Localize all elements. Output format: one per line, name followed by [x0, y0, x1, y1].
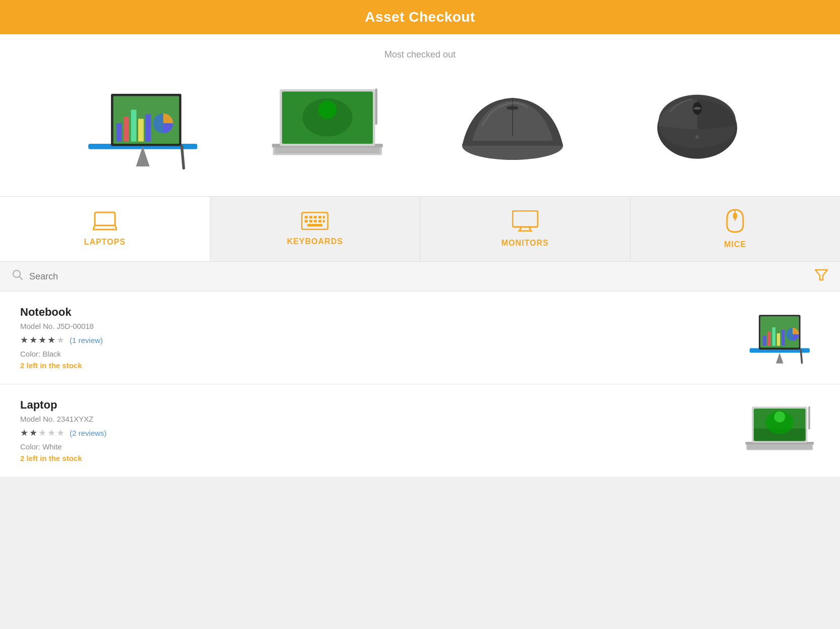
svg-rect-64 — [747, 445, 812, 449]
search-input[interactable] — [29, 271, 815, 282]
product-image-laptop — [739, 401, 820, 461]
svg-rect-37 — [305, 220, 308, 222]
review-link-laptop[interactable]: (2 reviews) — [70, 429, 106, 437]
svg-rect-32 — [305, 216, 308, 218]
product-stock-notebook: 2 left in the stock — [20, 361, 739, 370]
svg-rect-34 — [314, 216, 317, 218]
product-model-notebook: Model No. J5D-00018 — [20, 322, 739, 330]
stars-notebook: ★★★★★ — [20, 334, 66, 346]
svg-rect-27 — [95, 212, 115, 225]
most-checked-out-section: Most checked out — [0, 34, 840, 196]
category-tabs: LAPTOPS KEYBOARDS — [0, 196, 840, 262]
laptop-icon — [93, 211, 117, 234]
svg-rect-3 — [117, 124, 122, 142]
most-checked-out-label: Most checked out — [30, 49, 810, 60]
tab-keyboards-label: KEYBOARDS — [287, 237, 343, 246]
carousel — [30, 75, 810, 176]
carousel-item-laptop[interactable] — [252, 75, 403, 176]
wireless-mouse-carousel-image — [634, 80, 761, 171]
product-info-notebook: Notebook Model No. J5D-00018 ★★★★★ (1 re… — [20, 306, 739, 370]
svg-point-70 — [774, 411, 785, 422]
svg-rect-6 — [138, 119, 144, 142]
svg-rect-43 — [513, 211, 538, 227]
tab-mice[interactable]: MICE — [631, 197, 841, 261]
svg-rect-4 — [124, 117, 129, 142]
svg-rect-39 — [314, 220, 317, 222]
monitor-icon — [512, 210, 538, 235]
svg-rect-58 — [777, 333, 780, 346]
svg-rect-18 — [375, 88, 378, 125]
svg-rect-41 — [323, 220, 325, 222]
svg-rect-40 — [318, 220, 321, 222]
carousel-item-wireless-mouse[interactable] — [622, 75, 773, 176]
notebook-carousel-image — [79, 80, 206, 171]
stars-laptop: ★★★★★ — [20, 427, 66, 438]
product-color-notebook: Color: Black — [20, 350, 739, 358]
product-info-laptop: Laptop Model No. 2341XYXZ ★★★★★ (2 revie… — [20, 398, 739, 463]
arc-mouse-carousel-image — [442, 80, 583, 171]
svg-rect-35 — [318, 216, 321, 218]
product-list: Notebook Model No. J5D-00018 ★★★★★ (1 re… — [0, 292, 840, 477]
carousel-item-arc-mouse[interactable] — [437, 75, 588, 176]
product-model-laptop: Model No. 2341XYXZ — [20, 415, 739, 423]
tab-monitors-label: MONITORS — [501, 239, 549, 248]
review-link-notebook[interactable]: (1 review) — [70, 336, 103, 345]
svg-rect-36 — [323, 216, 325, 218]
svg-rect-38 — [309, 220, 312, 222]
product-name-laptop: Laptop — [20, 398, 739, 412]
product-item-laptop[interactable]: Laptop Model No. 2341XYXZ ★★★★★ (2 revie… — [0, 384, 840, 477]
product-rating-notebook: ★★★★★ (1 review) — [20, 334, 739, 346]
svg-rect-7 — [146, 115, 151, 142]
svg-point-25 — [694, 107, 701, 109]
product-item-notebook[interactable]: Notebook Model No. J5D-00018 ★★★★★ (1 re… — [0, 292, 840, 384]
svg-rect-33 — [309, 216, 312, 218]
search-icon — [12, 269, 23, 283]
search-bar — [0, 262, 840, 292]
svg-line-50 — [20, 277, 23, 280]
svg-rect-56 — [767, 331, 770, 346]
svg-rect-48 — [733, 213, 737, 219]
svg-rect-42 — [307, 224, 322, 226]
svg-marker-61 — [776, 353, 783, 363]
svg-point-26 — [695, 135, 699, 139]
tab-monitors[interactable]: MONITORS — [420, 197, 631, 261]
header: Asset Checkout — [0, 0, 840, 34]
mouse-icon — [726, 209, 744, 236]
tab-keyboards[interactable]: KEYBOARDS — [210, 197, 421, 261]
product-image-notebook — [739, 308, 820, 368]
keyboard-icon — [301, 212, 328, 233]
svg-rect-12 — [275, 147, 380, 153]
tab-laptops[interactable]: LAPTOPS — [0, 197, 210, 261]
notebook-list-image — [743, 310, 817, 366]
filter-icon[interactable] — [815, 269, 828, 284]
laptop-list-image — [743, 403, 817, 459]
svg-rect-5 — [131, 110, 137, 142]
laptop-carousel-image — [264, 80, 391, 171]
svg-rect-59 — [781, 329, 785, 346]
svg-rect-71 — [808, 406, 810, 429]
page-title: Asset Checkout — [365, 9, 475, 25]
svg-marker-51 — [815, 270, 827, 280]
product-rating-laptop: ★★★★★ (2 reviews) — [20, 427, 739, 438]
tab-mice-label: MICE — [724, 240, 746, 249]
svg-point-17 — [318, 101, 337, 119]
product-name-notebook: Notebook — [20, 306, 739, 319]
svg-rect-55 — [763, 335, 766, 346]
product-color-laptop: Color: White — [20, 442, 739, 451]
svg-rect-57 — [772, 327, 775, 346]
product-stock-laptop: 2 left in the stock — [20, 454, 739, 463]
carousel-item-notebook[interactable] — [67, 75, 218, 176]
tab-laptops-label: LAPTOPS — [84, 238, 126, 247]
